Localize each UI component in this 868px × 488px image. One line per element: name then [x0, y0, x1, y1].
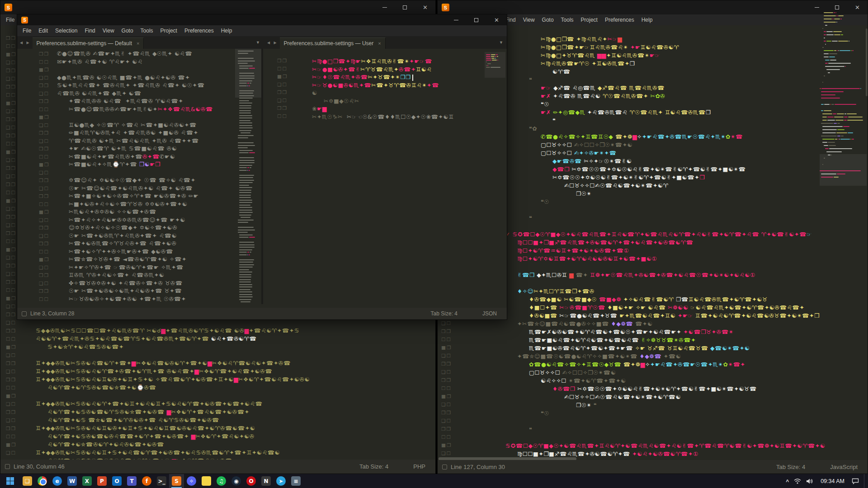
- minimap-viewport[interactable]: [820, 154, 867, 186]
- line-number: ❒❐: [6, 182, 16, 187]
- menu-tools[interactable]: Tools: [137, 25, 157, 36]
- taskbar-app-terminal[interactable]: >_: [154, 474, 169, 488]
- desktop: S ✕ FileEditSelectionFindViewGotoToolsPr…: [0, 0, 868, 488]
- menu-help[interactable]: Help: [217, 25, 236, 36]
- tab-close-icon[interactable]: ×: [378, 41, 381, 46]
- menu-file[interactable]: File: [19, 25, 35, 36]
- taskbar-app-opera[interactable]: O: [244, 474, 259, 488]
- discord-icon: ✧: [187, 476, 196, 486]
- close-button[interactable]: ✕: [415, 0, 435, 14]
- taskbar-app-notepad[interactable]: ≡: [288, 474, 303, 488]
- taskbar-app-teams[interactable]: T: [124, 474, 139, 488]
- taskbar-app-sublime-text[interactable]: S: [169, 474, 184, 488]
- menu-file[interactable]: File: [2, 14, 18, 25]
- taskbar-app-steam[interactable]: ◉: [229, 474, 244, 488]
- teams-icon: T: [127, 476, 137, 486]
- tab-overflow-icon[interactable]: ▼: [499, 40, 503, 45]
- menu-view[interactable]: View: [519, 14, 538, 25]
- menu-project[interactable]: Project: [157, 25, 181, 36]
- taskbar-app-powerpoint[interactable]: P: [94, 474, 109, 488]
- line-number: ■❐: [39, 67, 49, 72]
- taskbar-app-outlook[interactable]: O: [109, 474, 124, 488]
- tab-size-indicator[interactable]: Tab Size: 4: [431, 310, 458, 317]
- editor-default-settings[interactable]: ❒❐☐☐■❐❏☐❐❐❑☐❒❐☐☐■❐❏☐❐❐❑☐❒❐☐☐■❐❏☐❐❐❑☐❒❐☐☐…: [17, 49, 263, 304]
- line-number: ❐❐: [6, 409, 16, 415]
- maximize-button[interactable]: [466, 14, 486, 25]
- menu-goto[interactable]: Goto: [538, 14, 557, 25]
- code-line: ✏■♌♏♈☯✇♏✦♌ ✦☎♌♏✇☯ ✦■☯✇ ♌☎✦: [69, 129, 198, 136]
- taskbar-app-telegram[interactable]: ➤: [274, 474, 288, 488]
- line-number: ❑☐: [39, 91, 49, 96]
- code-line: ♍☐✦☯♈☎♒☯♊✦☎✦☯✴☯✇☎✦☎①: [517, 247, 629, 254]
- wifi-icon[interactable]: [794, 478, 801, 484]
- telegram-icon: ➤: [276, 476, 286, 486]
- tab-preferences-default[interactable]: Preferences.sublime-settings — Default ×: [33, 38, 144, 49]
- maximize-button[interactable]: [395, 0, 415, 14]
- syntax-mode[interactable]: PHP: [413, 463, 425, 470]
- line-number: ❒❐: [39, 193, 49, 199]
- tab-preferences-user[interactable]: Preferences.sublime-settings — User ×: [280, 38, 386, 49]
- sublime-text-icon: S: [172, 476, 181, 486]
- minimize-button[interactable]: [374, 0, 395, 14]
- minimize-button[interactable]: [446, 14, 466, 25]
- minimap[interactable]: [485, 52, 505, 78]
- tab-nav-arrows[interactable]: ◀ ▶: [17, 41, 33, 45]
- menu-help[interactable]: Help: [638, 14, 656, 25]
- tab-nav-arrows[interactable]: ◀ ▶: [264, 41, 280, 45]
- menu-edit[interactable]: Edit: [35, 25, 52, 36]
- taskbar-app-firefox[interactable]: f: [139, 474, 154, 488]
- syntax-mode[interactable]: JSON: [482, 310, 497, 317]
- tab-size-indicator[interactable]: Tab Size: 4: [776, 464, 805, 470]
- taskbar-app-discord[interactable]: ✧: [184, 474, 199, 488]
- code-line: ♦✇☎◆■☯ ✂☯☎■◆☉ ☎■◆❁ ✦✧☯♌☎✌☎☯♈ ❐☎♊☯♌☎✇♏☎✦☯…: [529, 296, 768, 303]
- menu-selection[interactable]: Selection: [52, 25, 81, 36]
- minimap[interactable]: [820, 11, 865, 178]
- start-button[interactable]: [0, 474, 20, 488]
- word-icon: W: [67, 476, 77, 486]
- titlebar[interactable]: S ✕: [0, 0, 435, 14]
- editor-user-settings[interactable]: ❒❐☐☐■❐❏☐❐❐❑☐❒❐☐☐✂♍●□❒☎✦♍☛✂❖♊♌♏✇✌☎✴✦☛☞☎✂☞…: [265, 49, 507, 304]
- code-line: ♊✇♏ ♈✇✦♌☯✧☎✦ ♌☎✇♏✦☯: [69, 272, 165, 278]
- menu-find[interactable]: Find: [81, 25, 99, 36]
- clock[interactable]: 09:34 AM: [818, 478, 847, 484]
- action-center-icon[interactable]: [852, 478, 859, 484]
- code-line: ✂☎●☺☎♏✇✇✍☎☛✦♏✌☯✦✂✦❖☎♌♏&☯✇☎: [69, 106, 213, 113]
- line-number: ❑☐: [6, 320, 16, 325]
- tab-close-icon[interactable]: ×: [137, 41, 139, 46]
- show-desktop-button[interactable]: [864, 474, 866, 488]
- vertical-scrollbar[interactable]: [866, 28, 868, 96]
- code-line: ✂☎✦♌✧✦♌☯☛✇✡✇♏✇☎☺✦☎ ☛✦☯: [69, 216, 185, 223]
- titlebar[interactable]: S ✕: [438, 0, 868, 14]
- line-number: ❑☐: [39, 281, 49, 286]
- taskbar-app-chrome[interactable]: [35, 474, 50, 488]
- code-line: ♊✦◆◆✇♏☯✂♋✇☯♌☯♊☯✇✦☯♊✦♋✦☯ ✧☎♌☎☯♈✦☯✇☎✦♊✦☯▆✂…: [36, 376, 310, 383]
- tab-overflow-icon[interactable]: ▼: [256, 40, 260, 45]
- taskbar-app-sticky-notes[interactable]: [199, 474, 214, 488]
- tab-size-indicator[interactable]: Tab Size: 4: [359, 463, 388, 470]
- status-bar: Line 30, Column 46 Tab Size: 4 PHP: [0, 460, 435, 474]
- code-line: ♏☎☛■☯♌☎✦☯♈♌☯☎✦☯☎☯♌☎ ✌✧❁♉♉☎✴✇☎✦: [529, 337, 696, 343]
- menu-preferences[interactable]: Preferences: [181, 25, 217, 36]
- code-line: ♋✪☎☐◆☉♈■◆☉✦☯☎♌♏☎✦♊♌☯♈✦☯☎♌♏♌☯☎✦♌☯✌☎✦♈☎♌☎♈…: [505, 442, 826, 449]
- line-number: ■❐: [39, 162, 49, 167]
- taskbar-app-word[interactable]: W: [65, 474, 80, 488]
- code-line: ✂♍●□✦♉♈☎♌♏ ▆▆✦♊☯♌♏✇☎✴☛☞: [541, 52, 660, 59]
- taskbar-app-edge[interactable]: e: [50, 474, 65, 488]
- minimap[interactable]: [238, 50, 262, 303]
- syntax-mode[interactable]: JavaScript: [830, 464, 858, 470]
- tray-expand-icon[interactable]: ^: [786, 479, 789, 485]
- menu-preferences[interactable]: Preferences: [601, 14, 638, 25]
- code-line: ▢☐♉✧✧☐ ✍✧☐☐✧❒☉✴☎✦☯: [541, 141, 632, 148]
- menu-view[interactable]: View: [99, 25, 118, 36]
- line-number: ☐☐: [6, 190, 16, 195]
- menu-tools[interactable]: Tools: [557, 14, 577, 25]
- taskbar-app-file-explorer[interactable]: ❏: [20, 474, 35, 488]
- close-button[interactable]: ✕: [486, 14, 507, 25]
- taskbar-app-notion[interactable]: N: [259, 474, 274, 488]
- menu-goto[interactable]: Goto: [118, 25, 137, 36]
- menu-project[interactable]: Project: [577, 14, 601, 25]
- taskbar-app-excel[interactable]: X: [80, 474, 94, 488]
- taskbar-app-spotify[interactable]: ♫: [214, 474, 229, 488]
- volume-icon[interactable]: [806, 478, 813, 484]
- titlebar[interactable]: S ✕: [17, 14, 507, 25]
